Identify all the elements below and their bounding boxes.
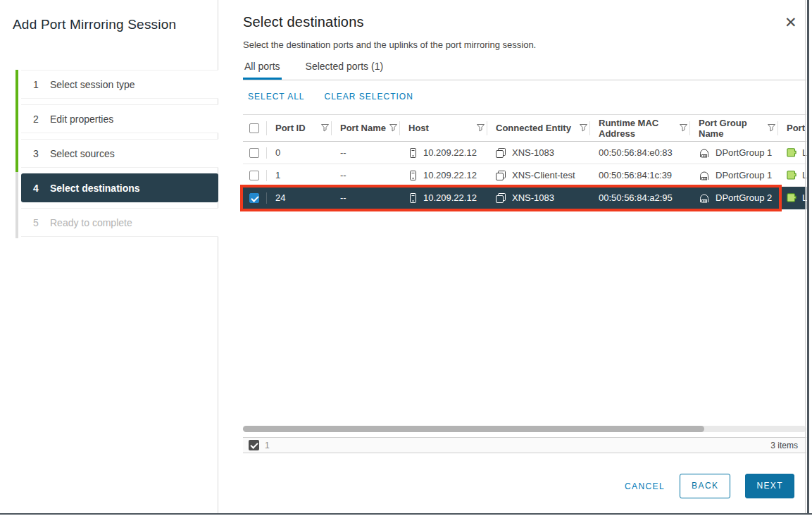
- cell-port-id: 24: [267, 187, 332, 209]
- column-header-connected-entity[interactable]: Connected Entity: [487, 115, 590, 142]
- close-icon[interactable]: ✕: [785, 14, 797, 31]
- column-header-runtime-mac[interactable]: Runtime MAC Address: [590, 115, 690, 142]
- horizontal-scrollbar-thumb[interactable]: [243, 426, 704, 432]
- host-value: 10.209.22.12: [423, 147, 477, 158]
- header-select-all-checkbox-cell: [243, 115, 267, 142]
- host-icon: [408, 148, 418, 158]
- filter-icon[interactable]: [580, 124, 587, 132]
- table-row-port-0[interactable]: 0 -- 10.209.22.12 XNS-1083 00:50:56:84:e…: [243, 142, 806, 164]
- wizard-title: Add Port Mirroring Session: [13, 16, 182, 34]
- cancel-button[interactable]: CANCEL: [625, 481, 665, 491]
- cell-port-group: DPortGroup 1: [690, 142, 778, 164]
- ports-table: Port ID Port Name Host Connected Entity …: [243, 114, 806, 209]
- step-select-destinations[interactable]: 4 Select destinations: [21, 173, 218, 202]
- horizontal-scrollbar-track[interactable]: [243, 426, 806, 432]
- filter-icon[interactable]: [321, 124, 329, 132]
- vm-icon: [496, 171, 506, 180]
- page-title: Select destinations: [243, 14, 364, 30]
- step-edit-properties[interactable]: 2 Edit properties: [21, 104, 218, 133]
- port-group-icon: [699, 193, 710, 203]
- step-select-session-type[interactable]: 1 Select session type: [21, 70, 218, 99]
- ports-table-container: Port ID Port Name Host Connected Entity …: [243, 114, 806, 210]
- next-button[interactable]: NEXT: [745, 474, 794, 498]
- host-value: 10.209.22.12: [423, 170, 477, 180]
- wizard-buttons: CANCEL BACK NEXT: [620, 474, 794, 498]
- tab-selected-ports[interactable]: Selected ports (1): [304, 59, 385, 80]
- step-number: 2: [32, 113, 39, 125]
- vm-icon: [496, 193, 506, 203]
- footer-selected-count: 1: [265, 441, 270, 450]
- window-bottom-edge: [0, 513, 812, 515]
- back-button[interactable]: BACK: [680, 474, 730, 498]
- row-checkbox[interactable]: [249, 148, 259, 158]
- column-header-host[interactable]: Host: [400, 115, 487, 142]
- table-row-port-24-selected[interactable]: 24 -- 10.209.22.12 XNS-1083 00:50:56:84:…: [243, 187, 806, 209]
- column-header-port-name[interactable]: Port Name: [332, 115, 400, 142]
- port-group-value: DPortGroup 2: [716, 192, 772, 203]
- tab-all-ports[interactable]: All ports: [243, 59, 282, 80]
- port-group-value: DPortGroup 1: [716, 147, 772, 158]
- filter-icon[interactable]: [680, 124, 687, 132]
- host-icon: [408, 171, 418, 180]
- filter-icon[interactable]: [477, 124, 485, 132]
- column-label: Port Group Name: [699, 118, 768, 139]
- cell-connected-entity: XNS-1083: [487, 187, 590, 209]
- step-number: 4: [32, 183, 39, 194]
- footer-items-count: 3 items: [770, 441, 798, 450]
- select-all-checkbox[interactable]: [249, 123, 259, 133]
- cell-mac: 00:50:56:84:e0:83: [590, 142, 690, 164]
- filter-icon[interactable]: [389, 124, 397, 132]
- cell-mac: 00:50:56:84:a2:95: [590, 187, 690, 209]
- step-progress-bar-done: [15, 70, 18, 172]
- column-header-port-state[interactable]: Port State: [778, 115, 806, 142]
- cell-host: 10.209.22.12: [400, 142, 487, 164]
- step-progress-bar-remaining: [15, 172, 18, 238]
- step-number: 1: [32, 79, 39, 90]
- host-icon: [408, 193, 418, 203]
- step-ready-to-complete: 5 Ready to complete: [21, 208, 218, 237]
- row-checkbox-cell: [243, 164, 267, 187]
- table-row-port-1[interactable]: 1 -- 10.209.22.12 XNS-Client-test 00:50:…: [243, 164, 806, 187]
- cell-port-name: --: [332, 142, 400, 164]
- cell-port-state: Link Up: [778, 187, 806, 209]
- column-header-port-id[interactable]: Port ID: [267, 115, 332, 142]
- step-label: Select destinations: [50, 183, 140, 194]
- column-label: Runtime MAC Address: [599, 118, 680, 139]
- table-header-row: Port ID Port Name Host Connected Entity …: [243, 115, 806, 142]
- port-group-icon: [699, 148, 710, 158]
- column-label: Port ID: [275, 123, 321, 133]
- dialog-right-border: [805, 0, 806, 513]
- step-label: Ready to complete: [50, 217, 132, 228]
- cell-connected-entity: XNS-1083: [487, 142, 590, 164]
- step-label: Select session type: [50, 79, 135, 90]
- host-value: 10.209.22.12: [423, 192, 477, 203]
- connected-entity-value: XNS-Client-test: [512, 170, 575, 180]
- footer-selected-checkbox-icon[interactable]: [249, 440, 259, 450]
- cell-port-state: Link Up: [778, 142, 806, 164]
- column-label: Connected Entity: [496, 123, 580, 133]
- row-checkbox-checked[interactable]: [249, 193, 259, 203]
- step-label: Edit properties: [50, 113, 113, 125]
- select-all-link[interactable]: SELECT ALL: [248, 92, 305, 102]
- column-header-port-group[interactable]: Port Group Name: [690, 115, 778, 142]
- step-number: 3: [32, 148, 39, 159]
- row-checkbox-cell: [243, 187, 267, 209]
- grid-footer: 1 3 items: [243, 437, 806, 453]
- cell-port-group: DPortGroup 1: [690, 164, 778, 187]
- vm-icon: [496, 148, 506, 158]
- cell-port-name: --: [332, 164, 400, 187]
- row-checkbox[interactable]: [249, 171, 259, 180]
- wizard-sidebar: Add Port Mirroring Session 1 Select sess…: [0, 0, 218, 513]
- window-right-edge: [807, 0, 809, 515]
- step-select-sources[interactable]: 3 Select sources: [21, 139, 218, 168]
- grid-actions: SELECT ALL CLEAR SELECTION: [248, 92, 413, 102]
- cell-port-id: 0: [267, 142, 332, 164]
- page-subtitle: Select the destination ports and the upl…: [243, 39, 536, 50]
- connected-entity-value: XNS-1083: [512, 147, 554, 158]
- cell-host: 10.209.22.12: [400, 187, 487, 209]
- cell-connected-entity: XNS-Client-test: [487, 164, 590, 187]
- port-state-value: Link Up: [802, 147, 806, 158]
- cell-port-state: Link Up: [778, 164, 806, 187]
- clear-selection-link[interactable]: CLEAR SELECTION: [325, 92, 413, 102]
- filter-icon[interactable]: [768, 124, 775, 132]
